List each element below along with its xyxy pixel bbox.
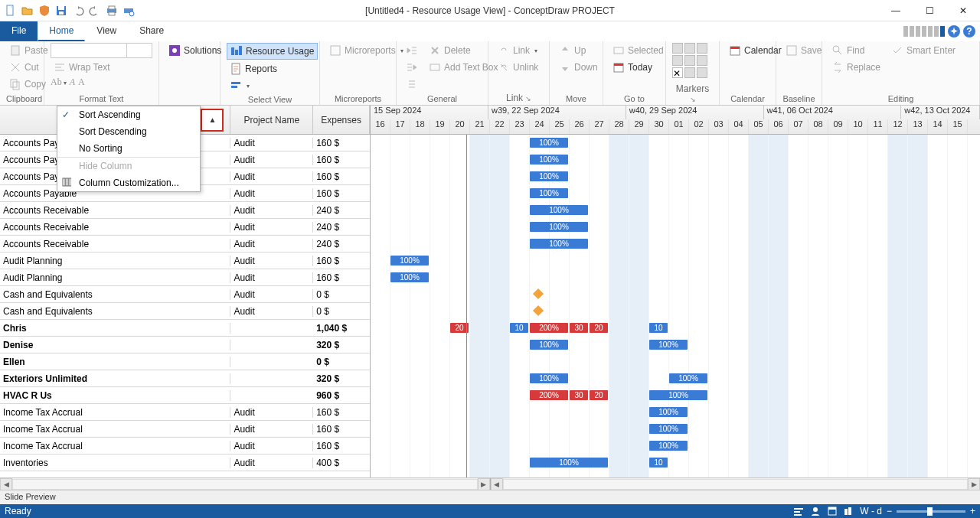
gantt-row[interactable]: 200%3020100%: [371, 387, 980, 404]
scroll-left-icon[interactable]: ◀: [491, 478, 503, 490]
redo-icon[interactable]: [89, 5, 101, 17]
zoom-out-icon[interactable]: −: [887, 506, 892, 516]
gantt-row[interactable]: 100%: [371, 151, 980, 168]
print-icon[interactable]: [106, 5, 118, 17]
gantt-row[interactable]: [371, 303, 980, 320]
tab-file[interactable]: File: [0, 21, 38, 41]
gantt-bar[interactable]: 100%: [530, 188, 568, 198]
save-icon[interactable]: [55, 5, 67, 17]
menu-no-sorting[interactable]: No Sorting: [57, 140, 200, 157]
menu-column-customization[interactable]: Column Customization...: [57, 174, 200, 191]
menu-sort-ascending[interactable]: ✓Sort Ascending: [57, 106, 200, 123]
gantt-row[interactable]: 100%: [371, 252, 980, 269]
gantt-row[interactable]: 100%: [371, 421, 980, 438]
gantt-bar[interactable]: 10: [510, 323, 528, 333]
gantt-bar[interactable]: 100%: [649, 407, 688, 417]
gantt-bar[interactable]: 100%: [649, 340, 688, 350]
close-button[interactable]: ✕: [946, 0, 980, 21]
table-row[interactable]: Accounts ReceivableAudit240 $: [0, 236, 370, 252]
gantt-row[interactable]: 100%100%: [371, 337, 980, 353]
grid-hscroll[interactable]: ◀ ▶: [0, 478, 490, 490]
table-row[interactable]: Cash and EquivalentsAudit0 $: [0, 303, 370, 320]
table-row[interactable]: HVAC R Us960 $: [0, 387, 370, 404]
tips-icon[interactable]: ✦: [948, 25, 960, 37]
table-row[interactable]: Denise320 $: [0, 337, 370, 353]
table-row[interactable]: Accounts ReceivableAudit240 $: [0, 202, 370, 219]
table-row[interactable]: Income Tax AccrualAudit160 $: [0, 404, 370, 421]
table-row[interactable]: Chris1,040 $: [0, 320, 370, 337]
gantt-bar[interactable]: 10: [649, 323, 668, 333]
slide-preview-bar[interactable]: Slide Preview: [0, 490, 980, 504]
table-row[interactable]: Income Tax AccrualAudit160 $: [0, 438, 370, 454]
gantt-bar[interactable]: 20: [590, 323, 608, 333]
gantt-bar[interactable]: 100%: [669, 373, 707, 383]
scroll-left-icon[interactable]: ◀: [0, 478, 12, 490]
view-mode-icon-3[interactable]: [826, 505, 838, 517]
gantt-bar[interactable]: 100%: [530, 171, 568, 181]
gantt-row[interactable]: [371, 286, 980, 303]
menu-sort-descending[interactable]: Sort Descending: [57, 123, 200, 140]
solutions-button[interactable]: Solutions: [165, 43, 224, 58]
gantt-bar[interactable]: 20: [590, 390, 608, 400]
table-row[interactable]: Income Tax AccrualAudit160 $: [0, 421, 370, 438]
gantt-bar[interactable]: 10: [649, 458, 668, 468]
gantt-style-selector[interactable]: [903, 26, 945, 37]
zoom-in-icon[interactable]: +: [970, 506, 975, 516]
gantt-bar[interactable]: 100%: [390, 256, 429, 266]
gantt-bar[interactable]: 100%: [649, 441, 688, 451]
gantt-bar[interactable]: 100%: [530, 340, 568, 350]
scroll-right-icon[interactable]: ▶: [478, 478, 490, 490]
scroll-right-icon[interactable]: ▶: [968, 478, 980, 490]
gantt-hscroll[interactable]: ◀ ▶: [491, 478, 981, 490]
view-mode-icon-1[interactable]: [792, 505, 805, 517]
reports-button[interactable]: Reports: [227, 61, 318, 77]
help-icon[interactable]: ?: [963, 25, 975, 37]
markers-palette[interactable]: ✕: [672, 43, 707, 82]
view-dropdown-button[interactable]: ▾: [227, 78, 318, 93]
shield-icon[interactable]: [38, 5, 51, 17]
gantt-row[interactable]: 100%: [371, 185, 980, 202]
undo-icon[interactable]: [72, 5, 84, 17]
zoom-slider[interactable]: [897, 510, 965, 513]
gantt-bar[interactable]: 200%: [530, 390, 568, 400]
maximize-button[interactable]: ☐: [913, 0, 946, 21]
resource-usage-button[interactable]: Resource Usage: [227, 43, 318, 60]
gantt-row[interactable]: 100%100%: [371, 370, 980, 387]
col-header-project[interactable]: Project Name: [230, 106, 313, 134]
table-row[interactable]: Ellen0 $: [0, 353, 370, 370]
gantt-row[interactable]: 100%: [371, 404, 980, 421]
font-family-combo[interactable]: [51, 43, 127, 58]
gantt-row[interactable]: 100%: [371, 168, 980, 185]
gantt-row[interactable]: [371, 353, 980, 370]
gantt-bar[interactable]: 200%: [530, 323, 568, 333]
table-row[interactable]: Exteriors Unlimited320 $: [0, 370, 370, 387]
gantt-row[interactable]: 100%: [371, 438, 980, 454]
gantt-row[interactable]: 100%: [371, 135, 980, 151]
gantt-bar[interactable]: 100%: [530, 138, 568, 148]
tab-home[interactable]: Home: [38, 21, 85, 41]
gantt-bar[interactable]: 100%: [390, 272, 429, 282]
gantt-bar[interactable]: 100%: [530, 458, 608, 468]
goto-today-button[interactable]: Today: [609, 60, 667, 75]
gantt-bar[interactable]: 100%: [530, 239, 588, 249]
milestone-icon[interactable]: [533, 288, 544, 299]
col-header-expenses[interactable]: Expenses: [313, 106, 370, 134]
gantt-bar[interactable]: 100%: [530, 155, 568, 165]
new-doc-icon[interactable]: [5, 5, 17, 17]
table-row[interactable]: Cash and EquivalentsAudit0 $: [0, 286, 370, 303]
print-preview-icon[interactable]: [122, 5, 135, 17]
gantt-bar[interactable]: 30: [570, 323, 588, 333]
font-size-combo[interactable]: [126, 43, 152, 58]
milestone-icon[interactable]: [533, 305, 544, 316]
tab-share[interactable]: Share: [128, 21, 175, 41]
sort-indicator-button[interactable]: ▲: [201, 109, 224, 132]
table-row[interactable]: Accounts ReceivableAudit240 $: [0, 219, 370, 236]
clear-marker-icon[interactable]: ✕: [672, 67, 683, 78]
gantt-row[interactable]: 100%: [371, 202, 980, 219]
gantt-bar[interactable]: 100%: [649, 390, 707, 400]
view-mode-icon-2[interactable]: [809, 505, 822, 517]
minimize-button[interactable]: —: [879, 0, 913, 21]
gantt-row[interactable]: 2010200%302010: [371, 320, 980, 337]
gantt-body[interactable]: 100%100%100%100%100%100%100%100%100%2010…: [371, 135, 980, 477]
gantt-bar[interactable]: 30: [570, 390, 588, 400]
